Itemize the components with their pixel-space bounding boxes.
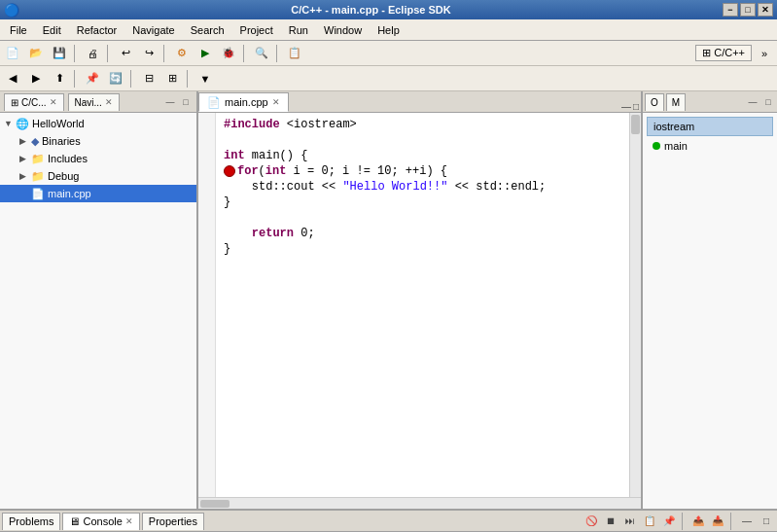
tb-more[interactable]: » <box>754 44 775 63</box>
tb2-filter[interactable]: ▼ <box>194 69 216 89</box>
tree-includes[interactable]: ▶ 📁 Includes <box>0 150 196 167</box>
menu-refactor[interactable]: Refactor <box>69 22 125 38</box>
maximize-button[interactable]: □ <box>740 3 756 17</box>
tb-print[interactable]: 🖨 <box>82 44 103 63</box>
tab-member[interactable]: M <box>666 93 686 111</box>
code-editor[interactable]: #include <iostream> int main() { for(int… <box>216 113 629 497</box>
close-navi-tab[interactable]: ✕ <box>105 97 113 107</box>
project-tree: ▼ 🌐 HelloWorld ▶ ◆ Binaries ▶ 📁 Includes… <box>0 113 196 509</box>
right-main-item[interactable]: main <box>647 138 773 154</box>
bottom-area: Problems 🖥 Console ✕ Properties 🚫 ⏹ ⏭ 📋 … <box>0 509 777 532</box>
tab-navigator[interactable]: Navi... ✕ <box>68 93 120 111</box>
tree-root[interactable]: ▼ 🌐 HelloWorld <box>0 115 196 132</box>
root-icon: 🌐 <box>16 118 29 130</box>
console-max[interactable]: □ <box>758 513 775 530</box>
tab-properties[interactable]: Properties <box>142 513 204 530</box>
tb2-expand[interactable]: ⊞ <box>161 69 183 89</box>
perspective-cpp[interactable]: ⊞ C/C++ <box>695 45 752 61</box>
editor-area: 📄 main.cpp ✕ — □ #include <iostream> int… <box>198 91 641 509</box>
left-tab-bar: ⊞ C/C... ✕ Navi... ✕ — □ <box>0 91 196 113</box>
menu-bar: File Edit Refactor Navigate Search Proje… <box>0 19 777 41</box>
editor-scrollbar[interactable] <box>629 113 641 497</box>
editor-max[interactable]: □ <box>633 101 639 112</box>
tb-redo[interactable]: ↪ <box>138 44 159 63</box>
left-panel-maximize[interactable]: □ <box>179 95 193 109</box>
tree-maincpp[interactable]: 📄 main.cpp <box>0 185 196 202</box>
close-button[interactable]: ✕ <box>758 3 773 17</box>
tab-close[interactable]: ✕ <box>272 97 280 107</box>
maincpp-icon: 📄 <box>31 188 45 200</box>
tb-next[interactable]: 📋 <box>284 44 305 63</box>
editor-min[interactable]: — <box>621 101 631 112</box>
close-cpp-tab[interactable]: ✕ <box>50 97 57 107</box>
tb2-fwd[interactable]: ▶ <box>25 69 47 89</box>
console-export[interactable]: 📤 <box>689 513 707 530</box>
menu-edit[interactable]: Edit <box>35 22 69 38</box>
right-content: iostream main <box>643 113 777 509</box>
tb-undo[interactable]: ↩ <box>115 44 136 63</box>
tab-cpp-explorer[interactable]: ⊞ C/C... ✕ <box>4 93 64 111</box>
menu-file[interactable]: File <box>2 22 35 38</box>
menu-project[interactable]: Project <box>232 22 281 38</box>
console-stop[interactable]: ⏹ <box>602 513 619 530</box>
tb-save[interactable]: 💾 <box>49 44 70 63</box>
tab-console[interactable]: 🖥 Console ✕ <box>62 513 139 530</box>
console-clear[interactable]: 🚫 <box>583 513 600 530</box>
tb-sep-5 <box>276 45 280 62</box>
tb2-sync[interactable]: 🔄 <box>105 69 126 89</box>
console-tab-close[interactable]: ✕ <box>125 516 133 526</box>
binaries-arrow: ▶ <box>19 136 31 146</box>
cpp-icon: ⊞ <box>11 97 18 108</box>
menu-window[interactable]: Window <box>316 22 370 38</box>
tb-sep-3 <box>163 45 167 62</box>
tree-binaries[interactable]: ▶ ◆ Binaries <box>0 132 196 150</box>
tb2-back[interactable]: ◀ <box>2 69 23 89</box>
minimize-button[interactable]: − <box>723 3 738 17</box>
editor-tab-maincpp[interactable]: 📄 main.cpp ✕ <box>198 92 289 112</box>
tb2-collapse[interactable]: ⊟ <box>138 69 159 89</box>
menu-run[interactable]: Run <box>281 22 316 38</box>
editor-body[interactable]: #include <iostream> int main() { for(int… <box>198 113 641 497</box>
tb-debug[interactable]: 🐞 <box>218 44 239 63</box>
tab-problems[interactable]: Problems <box>2 513 60 530</box>
bottom-sep1 <box>682 513 686 530</box>
tb-new[interactable]: 📄 <box>2 44 23 63</box>
right-panel-max[interactable]: □ <box>761 95 775 109</box>
menu-search[interactable]: Search <box>183 22 232 38</box>
menu-navigate[interactable]: Navigate <box>124 22 182 38</box>
bottom-tab-bar: Problems 🖥 Console ✕ Properties 🚫 ⏹ ⏭ 📋 … <box>0 511 777 532</box>
tb2-pin[interactable]: 📌 <box>82 69 103 89</box>
binaries-label: Binaries <box>42 135 81 147</box>
tb-sep-2 <box>107 45 111 62</box>
right-panel-min[interactable]: — <box>746 95 759 109</box>
main-area: ⊞ C/C... ✕ Navi... ✕ — □ ▼ 🌐 HelloWorld <box>0 91 777 509</box>
editor-hscroll[interactable] <box>198 497 641 509</box>
left-panel-minimize[interactable]: — <box>163 95 177 109</box>
tb-open[interactable]: 📂 <box>25 44 47 63</box>
console-import[interactable]: 📥 <box>709 513 726 530</box>
right-tab-bar: O M — □ <box>643 91 777 113</box>
tb-sep-1 <box>74 45 78 62</box>
include-label: iostream <box>653 121 694 132</box>
editor-tab-bar: 📄 main.cpp ✕ — □ <box>198 91 641 113</box>
right-panel: O M — □ iostream main <box>641 91 777 509</box>
main-label: main <box>664 140 688 152</box>
include-iostream: iostream <box>647 117 773 136</box>
perspective-icon: ⊞ <box>702 47 711 58</box>
editor-gutter <box>198 113 216 497</box>
tb-build[interactable]: ⚙ <box>171 44 193 63</box>
menu-help[interactable]: Help <box>370 22 407 38</box>
console-min[interactable]: — <box>738 513 756 530</box>
tb-search[interactable]: 🔍 <box>251 44 272 63</box>
console-pin[interactable]: 📌 <box>660 513 678 530</box>
console-label: Console <box>83 515 122 527</box>
tb2-up[interactable]: ⬆ <box>49 69 70 89</box>
tab-outline[interactable]: O <box>645 93 664 111</box>
debug-label: Debug <box>48 170 79 182</box>
toolbar-1: 📄 📂 💾 🖨 ↩ ↪ ⚙ ▶ 🐞 🔍 📋 ⊞ C/C++ » <box>0 41 777 66</box>
console-btn3[interactable]: ⏭ <box>621 513 639 530</box>
includes-icon: 📁 <box>31 153 45 165</box>
tb-run[interactable]: ▶ <box>194 44 216 63</box>
console-new[interactable]: 📋 <box>641 513 658 530</box>
tree-debug[interactable]: ▶ 📁 Debug <box>0 167 196 185</box>
